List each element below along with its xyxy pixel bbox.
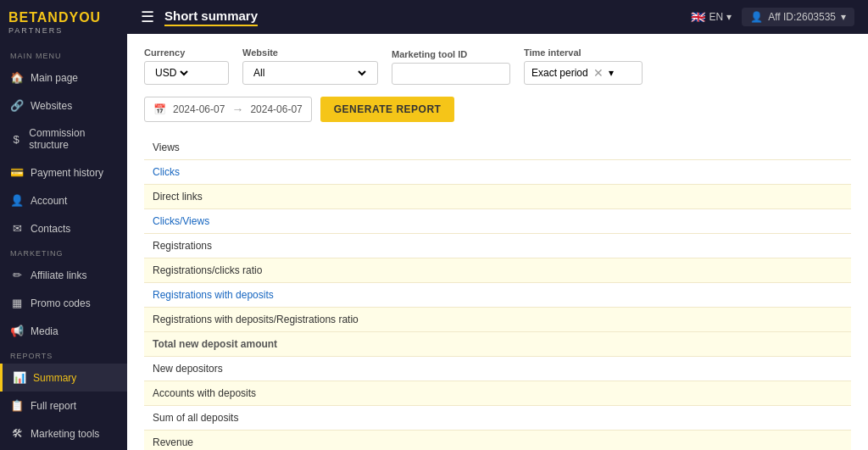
hamburger-icon[interactable]: ☰ [141,8,154,26]
date-arrow-icon: → [231,103,243,116]
sidebar-item-marketing-tools[interactable]: 🛠 Marketing tools [0,419,127,447]
generate-report-button[interactable]: GENERATE REPORT [320,97,455,122]
sidebar-item-label: Summary [33,372,76,384]
sidebar-item-label: Full report [31,400,76,412]
sidebar-item-websites[interactable]: 🔗 Websites [0,92,127,119]
sidebar-item-label: Account [31,195,67,207]
date-row: 📅 2024-06-07 → 2024-06-07 GENERATE REPOR… [144,97,851,122]
report-row[interactable]: Clicks/Views [144,209,851,234]
report-row: Views [144,136,851,160]
report-row: Registrations/clicks ratio [144,258,851,283]
user-aff-label: Aff ID:2603535 [768,11,836,23]
date-to-value: 2024-06-07 [250,103,302,115]
calendar-icon: 📅 [153,103,166,115]
user-menu[interactable]: 👤 Aff ID:2603535 ▾ [742,8,854,26]
sidebar-item-payment-history[interactable]: 💳 Payment history [0,158,127,186]
currency-filter: Currency USD EUR [144,47,229,85]
report-row[interactable]: Clicks [144,160,851,185]
sidebar-item-commission[interactable]: $ Commission structure [0,119,127,158]
report-row: Accounts with deposits [144,381,851,406]
tools-icon: 🛠 [10,427,24,440]
clear-time-interval-icon[interactable]: ✕ [593,66,604,80]
report-row: Total new deposit amount [144,332,851,357]
sidebar-item-promo-codes[interactable]: ▦ Promo codes [0,289,127,317]
logo-sub: PARTNERS [8,26,63,35]
sidebar-item-label: Payment history [31,167,103,179]
link-icon: 🔗 [10,99,24,112]
sidebar-item-full-report[interactable]: 📋 Full report [0,392,127,419]
sidebar-item-contacts[interactable]: ✉ Contacts [0,214,127,242]
time-interval-filter: Time interval Exact period ✕ ▾ [524,47,643,85]
time-interval-label: Time interval [524,47,643,58]
filters-row: Currency USD EUR Website All Marketing t [144,47,851,85]
sidebar-item-label: Websites [31,100,72,112]
time-interval-select[interactable]: Exact period ✕ ▾ [524,61,643,85]
currency-select-input[interactable]: USD EUR [152,66,191,80]
sidebar-item-label: Media [31,325,58,337]
topbar: ☰ Short summary 🇬🇧 EN ▾ 👤 Aff ID:2603535… [127,0,868,34]
logo: BETANDYOU PARTNERS [0,0,127,45]
sidebar-item-label: Promo codes [31,297,91,309]
sidebar-item-account[interactable]: 👤 Account [0,186,127,214]
reports-label: REPORTS [0,345,127,364]
sidebar-item-media[interactable]: 📢 Media [0,317,127,345]
sidebar-item-label: Main page [31,72,78,84]
media-icon: 📢 [10,325,24,337]
promo-icon: ▦ [10,297,24,309]
sidebar-item-label: Marketing tools [31,428,99,440]
marketing-tool-label: Marketing tool ID [392,49,510,59]
time-interval-chevron-icon[interactable]: ▾ [609,67,614,79]
report-row[interactable]: Registrations with deposits [144,283,851,308]
report-row: Sum of all deposits [144,406,851,431]
report-row: Revenue [144,431,851,450]
marketing-tool-filter: Marketing tool ID [392,49,510,85]
content-area: Currency USD EUR Website All Marketing t [127,34,868,450]
sidebar-item-label: Contacts [31,223,70,235]
sidebar-item-main-page[interactable]: 🏠 Main page [0,64,127,92]
marketing-tool-input[interactable] [392,63,510,85]
date-range-box[interactable]: 📅 2024-06-07 → 2024-06-07 [144,97,312,122]
report-row: Registrations [144,234,851,258]
page-title: Short summary [164,8,258,26]
report-row: Registrations with deposits/Registration… [144,308,851,332]
user-circle-icon: 👤 [750,11,763,23]
lang-label: EN [709,11,723,23]
sidebar-item-label: Commission structure [29,127,117,151]
language-selector[interactable]: 🇬🇧 EN ▾ [691,10,732,24]
user-chevron-icon: ▾ [841,11,846,23]
website-select-input[interactable]: All [250,66,369,80]
main-area: ☰ Short summary 🇬🇧 EN ▾ 👤 Aff ID:2603535… [127,0,868,450]
user-icon: 👤 [10,194,24,207]
flag-icon: 🇬🇧 [691,10,705,24]
marketing-label: MARKETING [0,242,127,261]
sidebar-item-affiliate-links[interactable]: ✏ Affiliate links [0,261,127,289]
website-filter: Website All [242,47,378,85]
lang-chevron-icon: ▾ [726,11,732,23]
date-from-value: 2024-06-07 [173,103,225,115]
report-row: New depositors [144,357,851,381]
dollar-icon: $ [10,133,22,146]
sidebar: BETANDYOU PARTNERS MAIN MENU 🏠 Main page… [0,0,127,450]
website-select[interactable]: All [242,61,378,85]
report-list: ViewsClicksDirect linksClicks/ViewsRegis… [144,136,851,450]
logo-text: BETANDYOU [8,10,101,25]
currency-label: Currency [144,47,229,58]
report-row: Direct links [144,185,851,209]
summary-icon: 📊 [13,371,26,384]
payment-icon: 💳 [10,166,24,179]
currency-select[interactable]: USD EUR [144,61,229,85]
time-interval-value: Exact period [531,67,588,79]
affiliate-icon: ✏ [10,269,24,281]
main-menu-label: MAIN MENU [0,45,127,64]
report-icon: 📋 [10,399,24,412]
website-label: Website [242,47,378,58]
sidebar-item-label: Affiliate links [31,269,86,281]
home-icon: 🏠 [10,71,24,84]
mail-icon: ✉ [10,222,24,235]
sidebar-item-summary[interactable]: 📊 Summary [0,364,127,392]
